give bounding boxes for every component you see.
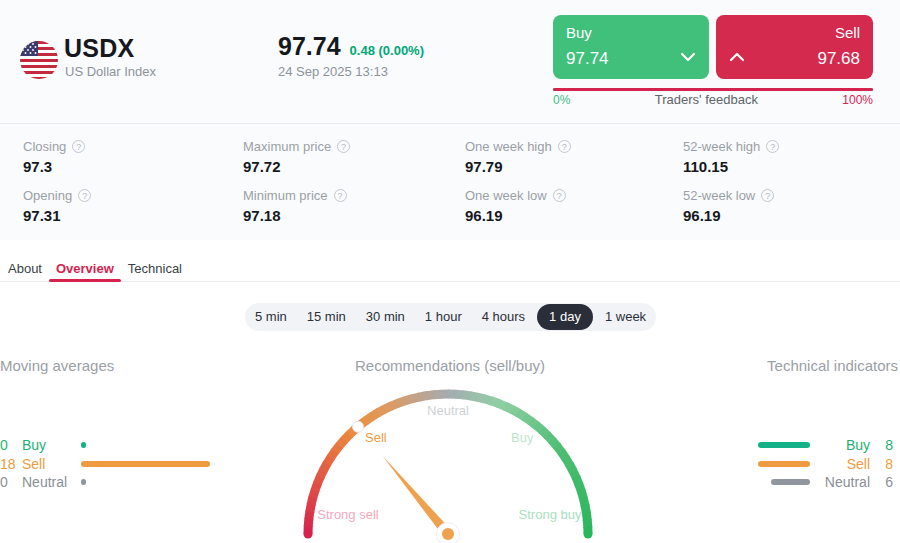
instrument-symbol: USDX <box>64 34 134 63</box>
stat-cell: One week low? 96.19 <box>465 188 683 224</box>
gauge-zone-buy: Buy <box>511 430 533 445</box>
stat-value: 97.18 <box>243 207 465 224</box>
gauge-arc-segment <box>463 395 471 396</box>
gauge-arc-segment <box>327 457 331 464</box>
gauge-arc-segment <box>344 434 350 440</box>
gauge-arc-segment <box>583 498 585 506</box>
gauge-arc-segment <box>484 399 492 401</box>
stat-label: One week low <box>465 188 547 203</box>
ti-buy-count: 8 <box>879 437 893 453</box>
stat-cell: Closing? 97.3 <box>23 139 243 175</box>
period-4hours[interactable]: 4 hours <box>472 303 535 331</box>
gauge-arc-segment <box>518 413 525 417</box>
ti-row-buy: Buy 8 <box>653 436 893 455</box>
period-1week[interactable]: 1 week <box>595 303 656 331</box>
help-icon[interactable]: ? <box>78 189 91 202</box>
ma-buy-label: Buy <box>22 437 81 453</box>
ti-row-sell: Sell 8 <box>653 455 893 474</box>
stat-cell: Minimum price? 97.18 <box>243 188 465 224</box>
stat-cell: One week high? 97.79 <box>465 139 683 175</box>
price-change: 0.48 (0.00%) <box>350 43 424 58</box>
ma-neutral-count: 0 <box>0 474 22 490</box>
help-icon[interactable]: ? <box>558 140 571 153</box>
buy-price: 97.74 <box>566 49 609 69</box>
gauge-arc-segment <box>315 483 318 491</box>
stat-label: Opening <box>23 188 72 203</box>
stat-label: Maximum price <box>243 139 331 154</box>
gauge-arc-segment <box>512 409 519 413</box>
gauge-zone-neutral: Neutral <box>398 403 498 418</box>
gauge-arc-segment <box>372 412 379 416</box>
ti-sell-count: 8 <box>879 456 893 472</box>
technical-indicators-panel: Buy 8 Sell 8 Neutral 6 <box>653 436 893 492</box>
gauge-arc-segment <box>455 394 463 395</box>
sell-button[interactable]: Sell 97.68 <box>716 15 873 79</box>
stat-value: 97.3 <box>23 158 243 175</box>
stat-value: 96.19 <box>683 207 883 224</box>
gauge-arc-segment <box>412 397 420 399</box>
feedback-min: 0% <box>553 93 570 107</box>
gauge-arc-segment <box>331 451 336 458</box>
tab-technical[interactable]: Technical <box>121 257 189 281</box>
current-price: 97.74 <box>278 32 341 61</box>
tab-about[interactable]: About <box>1 257 49 281</box>
gauge-needle-hub <box>442 528 454 540</box>
tab-overview[interactable]: Overview <box>49 257 121 281</box>
stat-label: 52-week low <box>683 188 755 203</box>
sell-button-label: Sell <box>835 24 860 41</box>
gauge-arc-segment <box>573 470 577 478</box>
gauge-arc-segment <box>569 464 573 471</box>
help-icon[interactable]: ? <box>553 189 566 202</box>
period-1hour[interactable]: 1 hour <box>415 303 472 331</box>
help-icon[interactable]: ? <box>334 189 347 202</box>
gauge-arc-segment <box>335 445 340 452</box>
gauge-arc-segment <box>524 417 531 422</box>
chevron-up-icon <box>729 48 745 66</box>
gauge-arc-segment <box>477 397 485 399</box>
gauge-arc-segment <box>323 463 327 470</box>
period-1day[interactable]: 1 day <box>537 304 593 330</box>
gauge-arc-segment <box>378 409 385 413</box>
ti-neutral-label: Neutral <box>818 474 870 490</box>
ti-row-neutral: Neutral 6 <box>653 473 893 492</box>
period-5min[interactable]: 5 min <box>245 303 297 331</box>
stat-cell: Maximum price? 97.72 <box>243 139 465 175</box>
section-title-technical-indicators: Technical indicators <box>767 357 898 374</box>
stat-label: 52-week high <box>683 139 760 154</box>
help-icon[interactable]: ? <box>337 140 350 153</box>
gauge-title: Recommendations (sell/buy) <box>0 357 900 374</box>
gauge-arc-segment <box>313 490 315 498</box>
gauge-arc-segment <box>530 421 537 426</box>
stat-label: Minimum price <box>243 188 328 203</box>
ma-buy-count: 0 <box>0 437 22 453</box>
instrument-summary-card: USDX US Dollar Index 97.74 0.48 (0.00%) … <box>0 0 900 240</box>
gauge-arc-segment <box>426 395 434 396</box>
app: { "icons": { "help": "?" }, "header": { … <box>0 0 900 543</box>
ti-sell-bar <box>758 461 810 467</box>
gauge-arc-segment <box>581 491 583 499</box>
gauge-arc-segment <box>576 477 579 485</box>
gauge-arc-segment <box>498 403 506 406</box>
timeframe-selector: 5 min 15 min 30 min 1 hour 4 hours 1 day… <box>245 303 656 331</box>
help-icon[interactable]: ? <box>72 140 85 153</box>
help-icon[interactable]: ? <box>761 189 774 202</box>
ma-row-sell: 18 Sell <box>0 455 240 474</box>
feedback-label: Traders' feedback <box>655 92 758 107</box>
buy-button[interactable]: Buy 97.74 <box>553 15 709 79</box>
gauge-arc-cap-right <box>584 530 593 539</box>
stats-grid: Closing? 97.3 Maximum price? 97.72 One w… <box>23 139 883 224</box>
gauge-arc-segment <box>542 430 548 436</box>
gauge-arc-segment <box>547 435 553 441</box>
period-30min[interactable]: 30 min <box>356 303 415 331</box>
feedback-max: 100% <box>842 93 873 107</box>
gauge-arc-segment <box>565 458 569 465</box>
gauge-arc-cap-left <box>304 530 313 539</box>
stat-cell: 52-week high? 110.15 <box>683 139 883 175</box>
sell-price: 97.68 <box>817 49 860 69</box>
period-15min[interactable]: 15 min <box>297 303 356 331</box>
traders-feedback-sell-fill <box>553 88 873 91</box>
gauge-zone-strong-sell: Strong sell <box>308 507 388 522</box>
help-icon[interactable]: ? <box>766 140 779 153</box>
ma-sell-count: 18 <box>0 456 22 472</box>
ma-sell-label: Sell <box>22 456 81 472</box>
